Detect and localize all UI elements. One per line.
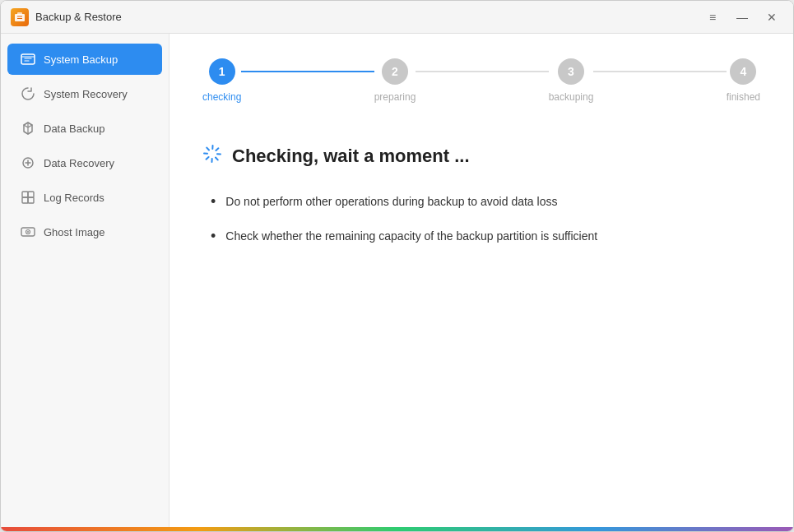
step-4-circle: 4: [730, 58, 756, 85]
svg-rect-6: [22, 192, 28, 197]
step-1: 1 checking: [202, 58, 241, 103]
minimize-button[interactable]: —: [731, 6, 754, 29]
titlebar-left: Backup & Restore: [11, 8, 122, 26]
bullet-list: Do not perform other operations during b…: [202, 193, 760, 245]
system-backup-icon: [21, 52, 35, 67]
sidebar-item-ghost-image[interactable]: Ghost Image: [7, 216, 162, 247]
content-area: 1 checking 2 preparing 3 backupin: [169, 34, 793, 527]
step-4-label: finished: [727, 91, 760, 103]
data-backup-icon: [21, 121, 35, 136]
titlebar: Backup & Restore ≡ — ✕: [1, 1, 793, 34]
data-recovery-icon: [21, 155, 35, 170]
step-3-circle: 3: [558, 58, 584, 85]
sidebar-item-data-recovery[interactable]: Data Recovery: [7, 147, 162, 178]
step-1-label: checking: [202, 91, 241, 103]
sidebar-item-system-backup[interactable]: System Backup: [7, 44, 162, 75]
sidebar-item-log-records-label: Log Records: [44, 192, 104, 204]
system-recovery-icon: [21, 86, 35, 101]
sidebar-item-log-records[interactable]: Log Records: [7, 182, 162, 213]
svg-point-12: [27, 231, 29, 233]
app-icon: [11, 8, 29, 26]
sidebar-item-data-backup-label: Data Backup: [44, 123, 104, 135]
step-2-circle: 2: [382, 58, 408, 85]
app-window: Backup & Restore ≡ — ✕ System Backup: [0, 0, 794, 532]
bullet-item-1: Do not perform other operations during b…: [211, 193, 760, 211]
step-4: 4 finished: [727, 58, 760, 103]
ghost-image-icon: [21, 224, 35, 239]
log-records-icon: [21, 190, 35, 205]
step-3: 3 backuping: [549, 58, 594, 103]
sidebar-item-ghost-image-label: Ghost Image: [44, 226, 104, 238]
sidebar-item-data-backup[interactable]: Data Backup: [7, 113, 162, 144]
svg-rect-9: [28, 197, 34, 203]
step-1-circle: 1: [209, 58, 235, 85]
connector-2-3: [416, 71, 548, 72]
step-3-label: backuping: [549, 91, 594, 103]
connector-1-2: [241, 71, 374, 72]
sidebar-item-system-backup-label: System Backup: [44, 53, 118, 66]
main-area: System Backup System Recovery: [1, 34, 793, 527]
connector-3-4: [593, 71, 726, 72]
svg-rect-4: [21, 54, 35, 64]
app-title: Backup & Restore: [35, 11, 122, 23]
bottom-gradient-bar: [1, 527, 793, 531]
sidebar-item-system-recovery[interactable]: System Recovery: [7, 78, 162, 109]
svg-rect-7: [28, 192, 34, 197]
close-button[interactable]: ✕: [760, 6, 783, 29]
sidebar: System Backup System Recovery: [1, 34, 169, 527]
bullet-item-1-text: Do not perform other operations during b…: [225, 193, 557, 210]
sidebar-item-data-recovery-label: Data Recovery: [44, 157, 114, 169]
svg-rect-0: [15, 14, 25, 21]
menu-button[interactable]: ≡: [701, 6, 724, 29]
step-2: 2 preparing: [374, 58, 416, 103]
titlebar-controls: ≡ — ✕: [701, 6, 783, 29]
spinner-icon: [202, 144, 222, 169]
svg-rect-1: [17, 12, 22, 15]
progress-steps: 1 checking 2 preparing 3 backupin: [202, 58, 760, 103]
step-2-label: preparing: [374, 91, 416, 103]
checking-title: Checking, wait a moment ...: [232, 146, 470, 167]
checking-header: Checking, wait a moment ...: [202, 144, 760, 169]
bullet-item-2-text: Check whether the remaining capacity of …: [225, 228, 597, 245]
bullet-item-2: Check whether the remaining capacity of …: [211, 228, 760, 246]
svg-rect-8: [22, 197, 28, 203]
sidebar-item-system-recovery-label: System Recovery: [44, 88, 128, 100]
